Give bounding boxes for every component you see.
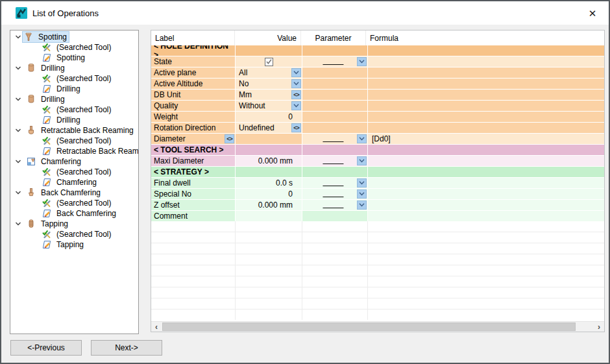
tree-group-row[interactable]: Spotting <box>10 32 138 42</box>
scroll-right-icon[interactable]: › <box>594 322 604 332</box>
tree-item-label[interactable]: Back Chamfering <box>39 188 103 198</box>
value-dropdown-icon[interactable] <box>291 68 301 77</box>
parameter-blank-field[interactable] <box>323 60 343 65</box>
tree-child-row[interactable]: Chamfering <box>10 177 138 188</box>
parameter-blank-field[interactable] <box>323 203 343 208</box>
parameter-dropdown-icon[interactable] <box>357 189 367 199</box>
tree-child-row[interactable]: Spotting <box>10 53 138 63</box>
value-spinner-icon[interactable]: <> <box>225 134 234 143</box>
parameter-dropdown-icon[interactable] <box>357 200 367 210</box>
tree-child-row[interactable]: Tapping <box>10 239 138 250</box>
tree-item[interactable]: Drilling <box>22 94 67 104</box>
value-cell[interactable]: All <box>236 67 302 78</box>
tree-group-row[interactable]: Back Chamfering <box>10 188 138 198</box>
tree-item-label[interactable]: (Searched Tool) <box>55 199 114 208</box>
tree-child-row[interactable]: (Searched Tool) <box>10 42 138 53</box>
tree-item-label[interactable]: Drilling <box>39 95 67 104</box>
value-cell[interactable]: 0.000 mm <box>236 200 302 210</box>
tree-expander-icon[interactable] <box>14 220 22 228</box>
tree-child-row[interactable]: (Searched Tool) <box>10 136 138 146</box>
tree-expander-icon[interactable] <box>14 33 22 41</box>
parameter-cell[interactable] <box>302 156 367 166</box>
value-cell[interactable]: 0.0 s <box>236 178 302 188</box>
tree-group-row[interactable]: Chamfering <box>10 156 138 167</box>
tree-item-label[interactable]: Tapping <box>39 219 70 229</box>
tree-group-row[interactable]: Drilling <box>10 63 138 73</box>
parameter-dropdown-icon[interactable] <box>357 178 367 188</box>
tree-child-row[interactable]: Retractable Back Reaming <box>10 146 138 156</box>
tree-group-row[interactable]: Drilling <box>10 94 138 104</box>
tree-child-row[interactable]: (Searched Tool) <box>10 229 138 239</box>
tree-group-row[interactable]: Retractable Back Reaming <box>10 125 138 136</box>
parameter-cell[interactable] <box>302 56 367 67</box>
formula-cell[interactable] <box>368 200 604 210</box>
tree-item-label[interactable]: Chamfering <box>55 178 99 188</box>
value-cell[interactable]: 0.000 mm <box>236 156 302 166</box>
tree-item-label[interactable]: Retractable Back Reaming <box>39 126 136 136</box>
parameter-dropdown-icon[interactable] <box>357 57 367 66</box>
tree-item[interactable]: Drilling <box>22 63 67 73</box>
horizontal-scrollbar[interactable]: ‹ › <box>151 321 604 332</box>
tree-child-row[interactable]: (Searched Tool) <box>10 167 138 177</box>
tree-expander-icon[interactable] <box>14 127 22 134</box>
parameter-cell[interactable] <box>302 134 367 144</box>
parameter-blank-field[interactable] <box>323 181 343 186</box>
parameter-blank-field[interactable] <box>323 159 343 164</box>
close-icon[interactable]: ✕ <box>585 6 600 21</box>
next-button[interactable]: Next-> <box>91 340 162 356</box>
tree-item-label[interactable]: Tapping <box>55 240 86 250</box>
value-cell[interactable]: No <box>236 79 302 89</box>
tree-child-row[interactable]: (Searched Tool) <box>10 104 138 115</box>
tree-item-label[interactable]: Drilling <box>55 115 82 125</box>
tree-item[interactable]: Retractable Back Reaming <box>22 125 136 136</box>
parameter-cell[interactable] <box>302 189 367 199</box>
parameter-dropdown-icon[interactable] <box>357 156 367 165</box>
tree-item[interactable]: Tapping <box>22 219 70 229</box>
tree-item-label[interactable]: (Searched Tool) <box>55 43 114 53</box>
tree-selected-item[interactable]: Spotting <box>22 31 69 43</box>
value-cell[interactable]: 0 <box>236 112 302 122</box>
tree-item-label[interactable]: (Searched Tool) <box>55 105 114 115</box>
formula-cell[interactable] <box>368 56 604 67</box>
tree-item-label[interactable]: Spotting <box>55 53 87 63</box>
tree-child-row[interactable]: Drilling <box>10 115 138 125</box>
parameter-cell[interactable] <box>302 178 367 188</box>
tree-expander-icon[interactable] <box>14 158 22 165</box>
tree-child-row[interactable]: Back Chamfering <box>10 208 138 219</box>
tree-item[interactable]: Back Chamfering <box>22 188 103 198</box>
tree-item-label[interactable]: Drilling <box>39 64 67 73</box>
scroll-left-icon[interactable]: ‹ <box>151 322 162 332</box>
tree-item-label[interactable]: (Searched Tool) <box>55 74 114 84</box>
tree-group-row[interactable]: Tapping <box>10 219 138 229</box>
parameter-blank-field[interactable] <box>323 192 343 197</box>
tree-item-label[interactable]: Drilling <box>55 84 82 94</box>
parameter-blank-field[interactable] <box>323 137 343 142</box>
tree-item-label[interactable]: (Searched Tool) <box>55 167 114 177</box>
tree-child-row[interactable]: Drilling <box>10 84 138 94</box>
tree-child-row[interactable]: (Searched Tool) <box>10 198 138 208</box>
value-dropdown-icon[interactable] <box>291 101 301 110</box>
previous-button[interactable]: <-Previous <box>10 340 82 356</box>
tree-item-label[interactable]: Retractable Back Reaming <box>55 147 139 156</box>
value-cell[interactable]: 0 <box>236 189 302 199</box>
parameter-cell[interactable] <box>302 200 367 210</box>
formula-cell[interactable] <box>368 189 604 199</box>
tree-item-label[interactable]: Spotting <box>36 32 69 42</box>
tree-item-label[interactable]: (Searched Tool) <box>55 136 114 146</box>
tree-item-label[interactable]: Chamfering <box>39 157 83 167</box>
value-cell[interactable]: Mm<> <box>236 90 302 100</box>
formula-cell[interactable]: [Dd0] <box>368 134 604 144</box>
parameter-dropdown-icon[interactable] <box>357 134 367 143</box>
scrollbar-thumb[interactable] <box>162 322 576 331</box>
value-cell[interactable]: Undefined<> <box>236 123 302 133</box>
tree-child-row[interactable]: (Searched Tool) <box>10 73 138 84</box>
tree-expander-icon[interactable] <box>14 95 22 103</box>
tree-item-label[interactable]: Back Chamfering <box>55 209 118 219</box>
tree-item[interactable]: Chamfering <box>22 156 83 167</box>
checkbox[interactable] <box>265 58 273 66</box>
formula-cell[interactable] <box>368 211 604 221</box>
value-spinner-icon[interactable]: <> <box>291 90 301 99</box>
formula-cell[interactable] <box>368 156 604 166</box>
value-spinner-icon[interactable]: <> <box>291 123 301 132</box>
tree-item-label[interactable]: (Searched Tool) <box>55 230 114 239</box>
